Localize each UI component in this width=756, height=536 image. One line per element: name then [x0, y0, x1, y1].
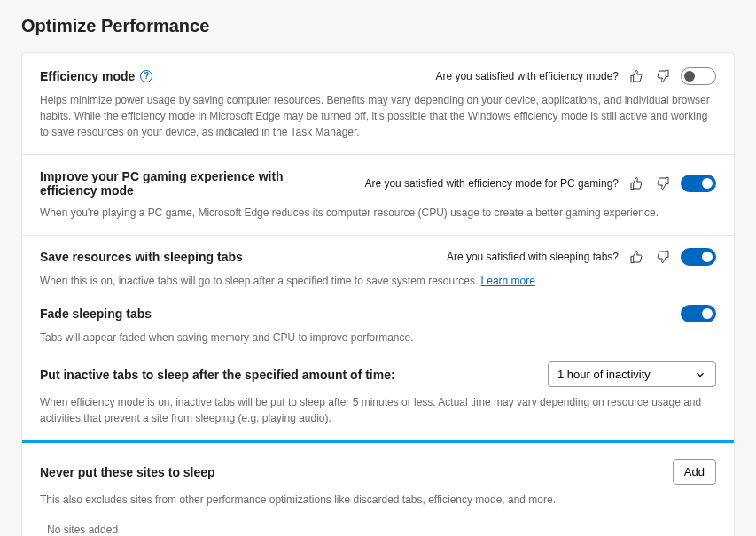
gaming-section: Improve your PC gaming experience with e…	[22, 155, 734, 236]
add-button[interactable]: Add	[673, 459, 716, 485]
gaming-title: Improve your PC gaming experience with e…	[40, 169, 332, 198]
performance-card: Efficiency mode ? Are you satisfied with…	[21, 52, 735, 536]
thumbs-down-icon[interactable]	[654, 248, 672, 266]
page-title: Optimize Performance	[21, 16, 735, 36]
fade-tabs-title: Fade sleeping tabs	[40, 307, 152, 321]
thumbs-up-icon[interactable]	[627, 248, 645, 266]
learn-more-link[interactable]: Learn more	[481, 275, 535, 287]
never-sleep-empty: No sites added	[40, 524, 716, 536]
chevron-down-icon	[694, 369, 706, 381]
thumbs-up-icon[interactable]	[627, 175, 645, 192]
thumbs-down-icon[interactable]	[654, 67, 672, 85]
efficiency-mode-section: Efficiency mode ? Are you satisfied with…	[22, 53, 734, 155]
help-icon[interactable]: ?	[140, 70, 152, 82]
sleeping-tabs-group: Save resources with sleeping tabs Are yo…	[22, 236, 734, 536]
gaming-desc: When you're playing a PC game, Microsoft…	[40, 205, 716, 221]
fade-tabs-toggle[interactable]	[681, 305, 716, 322]
efficiency-mode-toggle[interactable]	[681, 67, 716, 85]
never-sleep-title: Never put these sites to sleep	[40, 465, 215, 479]
efficiency-feedback-prompt: Are you satisfied with efficiency mode?	[435, 70, 619, 82]
efficiency-mode-desc: Helps minimize power usage by saving com…	[40, 92, 716, 140]
sleeping-feedback-prompt: Are you satisfied with sleeping tabs?	[447, 251, 619, 263]
sleeping-tabs-toggle[interactable]	[681, 248, 716, 266]
inactive-time-dropdown[interactable]: 1 hour of inactivity	[548, 361, 716, 387]
gaming-feedback-prompt: Are you satisfied with efficiency mode f…	[364, 177, 619, 190]
sleeping-tabs-title: Save resources with sleeping tabs	[40, 250, 243, 264]
thumbs-up-icon[interactable]	[627, 67, 645, 85]
sleeping-tabs-desc: When this is on, inactive tabs will go t…	[40, 273, 716, 289]
gaming-toggle[interactable]	[681, 175, 716, 192]
inactive-time-selected: 1 hour of inactivity	[557, 368, 651, 381]
efficiency-mode-title: Efficiency mode	[40, 69, 135, 83]
never-sleep-section: Never put these sites to sleep Add This …	[21, 440, 735, 536]
inactive-time-desc: When efficiency mode is on, inactive tab…	[40, 394, 716, 426]
never-sleep-desc: This also excludes sites from other perf…	[40, 492, 716, 508]
thumbs-down-icon[interactable]	[654, 175, 672, 192]
inactive-time-title: Put inactive tabs to sleep after the spe…	[40, 368, 395, 382]
fade-tabs-desc: Tabs will appear faded when saving memor…	[40, 330, 716, 346]
